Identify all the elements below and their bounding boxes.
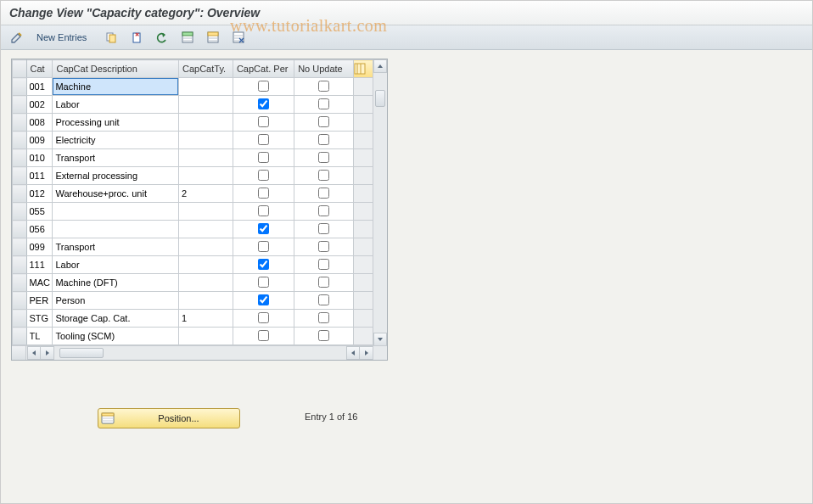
- description-field[interactable]: [53, 78, 178, 95]
- scroll-right-icon[interactable]: [360, 346, 373, 360]
- description-field[interactable]: [53, 310, 178, 327]
- no-update-checkbox[interactable]: [318, 312, 329, 323]
- row-selector[interactable]: [13, 238, 27, 256]
- capcatty-field[interactable]: [179, 203, 233, 220]
- no-update-checkbox[interactable]: [318, 81, 329, 92]
- deselect-all-icon[interactable]: [227, 28, 250, 47]
- cat-field[interactable]: [27, 203, 53, 220]
- capcat-per-checkbox[interactable]: [258, 259, 269, 270]
- capcatty-field[interactable]: [179, 310, 233, 327]
- capcat-per-checkbox[interactable]: [258, 312, 269, 323]
- header-ty[interactable]: CapCatTy.: [178, 60, 233, 78]
- vscroll-thumb[interactable]: [375, 90, 385, 107]
- capcat-per-checkbox[interactable]: [258, 98, 269, 109]
- vertical-scrollbar[interactable]: [373, 59, 387, 346]
- no-update-checkbox[interactable]: [318, 330, 329, 341]
- capcatty-field[interactable]: [179, 256, 233, 273]
- capcatty-field[interactable]: [179, 149, 233, 166]
- scroll-right-step-icon[interactable]: [41, 346, 54, 360]
- row-selector[interactable]: [13, 132, 27, 149]
- no-update-checkbox[interactable]: [318, 259, 329, 270]
- scroll-left-end-icon[interactable]: [346, 346, 360, 360]
- no-update-checkbox[interactable]: [318, 241, 329, 252]
- cat-field[interactable]: [27, 114, 53, 131]
- row-selector[interactable]: [13, 185, 27, 203]
- no-update-checkbox[interactable]: [318, 277, 329, 288]
- cat-field[interactable]: [27, 96, 53, 113]
- copy-as-icon[interactable]: [100, 28, 122, 47]
- row-selector[interactable]: [13, 114, 27, 132]
- cat-field[interactable]: [27, 185, 53, 202]
- no-update-checkbox[interactable]: [318, 116, 329, 127]
- cat-field[interactable]: [27, 292, 53, 309]
- capcat-per-checkbox[interactable]: [258, 188, 269, 199]
- row-selector[interactable]: [13, 328, 27, 345]
- capcat-per-checkbox[interactable]: [258, 134, 269, 145]
- description-field[interactable]: [53, 221, 178, 238]
- scroll-left-icon[interactable]: [27, 346, 41, 360]
- row-selector[interactable]: [13, 96, 27, 114]
- no-update-checkbox[interactable]: [318, 152, 329, 163]
- capcatty-field[interactable]: [179, 185, 233, 202]
- capcatty-field[interactable]: [179, 78, 233, 95]
- row-selector[interactable]: [13, 292, 27, 310]
- capcat-per-checkbox[interactable]: [258, 205, 269, 216]
- description-field[interactable]: [53, 114, 178, 131]
- description-field[interactable]: [53, 132, 178, 148]
- capcatty-field[interactable]: [179, 132, 233, 148]
- capcat-per-checkbox[interactable]: [258, 277, 269, 288]
- row-selector[interactable]: [13, 167, 27, 185]
- scroll-up-icon[interactable]: [373, 59, 387, 73]
- cat-field[interactable]: [27, 149, 53, 166]
- select-all-icon[interactable]: [177, 28, 199, 47]
- capcatty-field[interactable]: [179, 114, 233, 131]
- capcat-per-checkbox[interactable]: [258, 116, 269, 127]
- header-cat[interactable]: Cat: [26, 60, 53, 78]
- description-field[interactable]: [53, 292, 178, 309]
- hscroll-thumb[interactable]: [59, 348, 104, 358]
- description-field[interactable]: [53, 203, 178, 220]
- undo-change-icon[interactable]: [151, 28, 173, 47]
- no-update-checkbox[interactable]: [318, 134, 329, 145]
- cat-field[interactable]: [27, 238, 53, 255]
- select-block-icon[interactable]: [202, 28, 224, 47]
- capcatty-field[interactable]: [179, 221, 233, 238]
- description-field[interactable]: [53, 328, 178, 344]
- no-update-checkbox[interactable]: [318, 205, 329, 216]
- capcat-per-checkbox[interactable]: [258, 241, 269, 252]
- capcat-per-checkbox[interactable]: [258, 152, 269, 163]
- capcatty-field[interactable]: [179, 292, 233, 309]
- capcatty-field[interactable]: [179, 238, 233, 255]
- capcat-per-checkbox[interactable]: [258, 330, 269, 341]
- header-configure-columns-icon[interactable]: [354, 60, 373, 78]
- no-update-checkbox[interactable]: [318, 223, 329, 234]
- cat-field[interactable]: [27, 328, 53, 344]
- capcatty-field[interactable]: [179, 328, 233, 344]
- toggle-display-change-icon[interactable]: [6, 28, 28, 47]
- no-update-checkbox[interactable]: [318, 188, 329, 199]
- header-desc[interactable]: CapCat Description: [53, 60, 179, 78]
- no-update-checkbox[interactable]: [318, 170, 329, 181]
- header-upd[interactable]: No Update: [294, 60, 354, 78]
- row-selector[interactable]: [13, 256, 27, 274]
- cat-field[interactable]: [27, 310, 53, 327]
- no-update-checkbox[interactable]: [318, 294, 329, 305]
- row-selector[interactable]: [13, 221, 27, 238]
- delete-icon[interactable]: [126, 28, 148, 47]
- position-button[interactable]: Position...: [98, 408, 240, 428]
- description-field[interactable]: [53, 167, 178, 184]
- cat-field[interactable]: [27, 256, 53, 273]
- horizontal-scrollbar[interactable]: [12, 345, 387, 360]
- new-entries-button[interactable]: New Entries: [31, 29, 92, 46]
- row-selector[interactable]: [13, 310, 27, 328]
- description-field[interactable]: [53, 149, 178, 166]
- capcat-per-checkbox[interactable]: [258, 81, 269, 92]
- description-field[interactable]: [53, 256, 178, 273]
- header-per[interactable]: CapCat. Per: [233, 60, 294, 78]
- capcatty-field[interactable]: [179, 274, 233, 291]
- scroll-down-icon[interactable]: [373, 333, 387, 346]
- row-selector[interactable]: [13, 203, 27, 221]
- capcat-per-checkbox[interactable]: [258, 223, 269, 234]
- row-selector[interactable]: [13, 274, 27, 292]
- description-field[interactable]: [53, 274, 178, 291]
